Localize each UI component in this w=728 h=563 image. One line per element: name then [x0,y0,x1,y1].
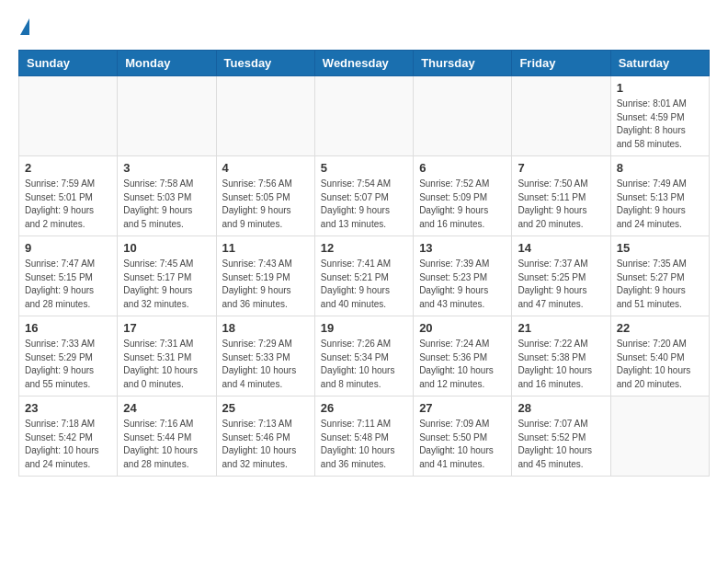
day-info: Sunrise: 7:37 AM Sunset: 5:25 PM Dayligh… [518,258,604,311]
day-info: Sunrise: 7:24 AM Sunset: 5:36 PM Dayligh… [419,338,506,391]
calendar-cell: 2Sunrise: 7:59 AM Sunset: 5:01 PM Daylig… [19,156,118,236]
day-info: Sunrise: 7:56 AM Sunset: 5:05 PM Dayligh… [222,178,309,231]
calendar-cell [314,76,413,156]
calendar-cell: 18Sunrise: 7:29 AM Sunset: 5:33 PM Dayli… [216,316,314,396]
calendar-cell [414,76,512,156]
day-info: Sunrise: 7:09 AM Sunset: 5:50 PM Dayligh… [419,418,506,471]
logo-icon [20,18,29,35]
weekday-header-saturday: Saturday [610,51,709,76]
day-number: 28 [518,401,604,415]
day-number: 25 [222,401,309,415]
day-number: 27 [419,401,506,415]
calendar-cell: 10Sunrise: 7:45 AM Sunset: 5:17 PM Dayli… [118,236,216,316]
day-number: 9 [25,241,111,255]
day-info: Sunrise: 7:54 AM Sunset: 5:07 PM Dayligh… [321,178,407,231]
calendar-cell: 11Sunrise: 7:43 AM Sunset: 5:19 PM Dayli… [216,236,314,316]
day-info: Sunrise: 7:22 AM Sunset: 5:38 PM Dayligh… [518,338,604,391]
day-info: Sunrise: 7:33 AM Sunset: 5:29 PM Dayligh… [25,338,111,391]
calendar-cell: 21Sunrise: 7:22 AM Sunset: 5:38 PM Dayli… [512,316,610,396]
day-info: Sunrise: 7:20 AM Sunset: 5:40 PM Dayligh… [617,338,703,391]
page-header [18,18,710,35]
calendar-cell: 25Sunrise: 7:13 AM Sunset: 5:46 PM Dayli… [216,396,314,477]
calendar-cell [216,76,314,156]
weekday-header-thursday: Thursday [414,51,512,76]
day-number: 8 [617,161,703,175]
calendar-cell: 22Sunrise: 7:20 AM Sunset: 5:40 PM Dayli… [610,316,709,396]
day-info: Sunrise: 7:50 AM Sunset: 5:11 PM Dayligh… [518,178,604,231]
calendar-week-row: 9Sunrise: 7:47 AM Sunset: 5:15 PM Daylig… [19,236,710,316]
day-number: 23 [25,401,111,415]
day-number: 7 [518,161,604,175]
day-number: 3 [123,161,210,175]
calendar-cell: 16Sunrise: 7:33 AM Sunset: 5:29 PM Dayli… [19,316,118,396]
calendar-cell: 7Sunrise: 7:50 AM Sunset: 5:11 PM Daylig… [512,156,610,236]
calendar-cell: 15Sunrise: 7:35 AM Sunset: 5:27 PM Dayli… [610,236,709,316]
day-info: Sunrise: 7:35 AM Sunset: 5:27 PM Dayligh… [617,258,703,311]
day-number: 24 [123,401,210,415]
calendar-cell [512,76,610,156]
calendar-cell: 12Sunrise: 7:41 AM Sunset: 5:21 PM Dayli… [314,236,413,316]
day-number: 18 [222,321,309,335]
day-number: 2 [25,161,111,175]
day-info: Sunrise: 7:47 AM Sunset: 5:15 PM Dayligh… [25,258,111,311]
day-number: 4 [222,161,309,175]
day-number: 13 [419,241,506,255]
day-info: Sunrise: 7:45 AM Sunset: 5:17 PM Dayligh… [123,258,210,311]
calendar-cell: 27Sunrise: 7:09 AM Sunset: 5:50 PM Dayli… [414,396,512,477]
day-info: Sunrise: 7:29 AM Sunset: 5:33 PM Dayligh… [222,338,309,391]
calendar-cell: 3Sunrise: 7:58 AM Sunset: 5:03 PM Daylig… [118,156,216,236]
day-info: Sunrise: 7:07 AM Sunset: 5:52 PM Dayligh… [518,418,604,471]
calendar-cell [610,396,709,477]
calendar-cell: 8Sunrise: 7:49 AM Sunset: 5:13 PM Daylig… [610,156,709,236]
calendar-cell [19,76,118,156]
calendar-cell: 1Sunrise: 8:01 AM Sunset: 4:59 PM Daylig… [610,76,709,156]
calendar-cell: 13Sunrise: 7:39 AM Sunset: 5:23 PM Dayli… [414,236,512,316]
calendar-week-row: 1Sunrise: 8:01 AM Sunset: 4:59 PM Daylig… [19,76,710,156]
calendar-cell: 14Sunrise: 7:37 AM Sunset: 5:25 PM Dayli… [512,236,610,316]
calendar-cell: 6Sunrise: 7:52 AM Sunset: 5:09 PM Daylig… [414,156,512,236]
calendar-cell: 19Sunrise: 7:26 AM Sunset: 5:34 PM Dayli… [314,316,413,396]
day-info: Sunrise: 7:52 AM Sunset: 5:09 PM Dayligh… [419,178,506,231]
weekday-header-sunday: Sunday [19,51,118,76]
calendar-cell: 5Sunrise: 7:54 AM Sunset: 5:07 PM Daylig… [314,156,413,236]
day-number: 22 [617,321,703,335]
day-number: 15 [617,241,703,255]
calendar-table: SundayMondayTuesdayWednesdayThursdayFrid… [18,50,710,477]
day-number: 1 [617,81,703,95]
day-info: Sunrise: 7:26 AM Sunset: 5:34 PM Dayligh… [321,338,407,391]
day-number: 19 [321,321,407,335]
calendar-cell: 26Sunrise: 7:11 AM Sunset: 5:48 PM Dayli… [314,396,413,477]
day-number: 6 [419,161,506,175]
calendar-cell [118,76,216,156]
day-info: Sunrise: 7:18 AM Sunset: 5:42 PM Dayligh… [25,418,111,471]
day-number: 20 [419,321,506,335]
weekday-header-friday: Friday [512,51,610,76]
day-number: 10 [123,241,210,255]
day-info: Sunrise: 7:16 AM Sunset: 5:44 PM Dayligh… [123,418,210,471]
day-info: Sunrise: 7:13 AM Sunset: 5:46 PM Dayligh… [222,418,309,471]
logo [18,18,29,35]
day-info: Sunrise: 7:43 AM Sunset: 5:19 PM Dayligh… [222,258,309,311]
day-info: Sunrise: 7:49 AM Sunset: 5:13 PM Dayligh… [617,178,703,231]
day-info: Sunrise: 7:39 AM Sunset: 5:23 PM Dayligh… [419,258,506,311]
calendar-cell: 4Sunrise: 7:56 AM Sunset: 5:05 PM Daylig… [216,156,314,236]
calendar-cell: 28Sunrise: 7:07 AM Sunset: 5:52 PM Dayli… [512,396,610,477]
weekday-header-wednesday: Wednesday [314,51,413,76]
calendar-cell: 20Sunrise: 7:24 AM Sunset: 5:36 PM Dayli… [414,316,512,396]
day-number: 11 [222,241,309,255]
calendar-cell: 23Sunrise: 7:18 AM Sunset: 5:42 PM Dayli… [19,396,118,477]
calendar-week-row: 2Sunrise: 7:59 AM Sunset: 5:01 PM Daylig… [19,156,710,236]
day-number: 26 [321,401,407,415]
day-number: 14 [518,241,604,255]
day-info: Sunrise: 7:31 AM Sunset: 5:31 PM Dayligh… [123,338,210,391]
calendar-cell: 9Sunrise: 7:47 AM Sunset: 5:15 PM Daylig… [19,236,118,316]
weekday-header-row: SundayMondayTuesdayWednesdayThursdayFrid… [19,51,710,76]
day-number: 5 [321,161,407,175]
day-info: Sunrise: 7:59 AM Sunset: 5:01 PM Dayligh… [25,178,111,231]
day-number: 21 [518,321,604,335]
calendar-week-row: 23Sunrise: 7:18 AM Sunset: 5:42 PM Dayli… [19,396,710,477]
day-info: Sunrise: 7:41 AM Sunset: 5:21 PM Dayligh… [321,258,407,311]
day-number: 16 [25,321,111,335]
day-info: Sunrise: 7:58 AM Sunset: 5:03 PM Dayligh… [123,178,210,231]
day-number: 12 [321,241,407,255]
